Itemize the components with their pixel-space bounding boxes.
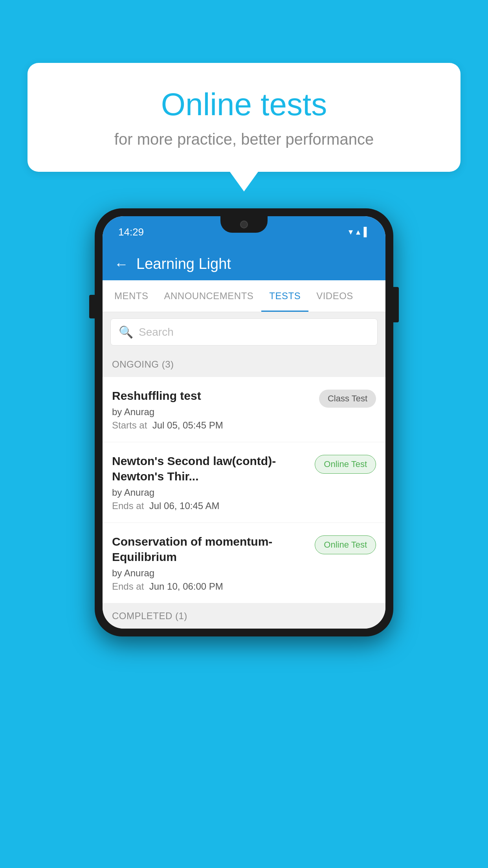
- search-bar[interactable]: 🔍 Search: [110, 318, 378, 346]
- search-placeholder: Search: [139, 326, 174, 338]
- status-time: 14:29: [118, 226, 144, 238]
- phone-mockup: 14:29 ▾ ▴ ▌ ← Learning Light MENTS ANNOU…: [95, 208, 393, 636]
- speech-bubble-tail: [230, 172, 258, 191]
- badge-class-test: Class Test: [319, 390, 376, 408]
- tab-tests[interactable]: TESTS: [261, 280, 308, 312]
- test-date-value-conservation: Jun 10, 06:00 PM: [149, 581, 223, 592]
- test-title-newton: Newton's Second law(contd)-Newton's Thir…: [112, 453, 308, 484]
- test-date-conservation: Ends at Jun 10, 06:00 PM: [112, 581, 308, 592]
- test-date-label-reshuffling: Starts at: [112, 420, 147, 430]
- test-date-newton: Ends at Jul 06, 10:45 AM: [112, 500, 308, 511]
- tab-ments[interactable]: MENTS: [106, 280, 156, 312]
- status-bar: 14:29 ▾ ▴ ▌: [103, 216, 385, 248]
- completed-section-header: COMPLETED (1): [103, 603, 385, 629]
- test-list: Reshuffling test by Anurag Starts at Jul…: [103, 377, 385, 603]
- search-container: 🔍 Search: [103, 312, 385, 352]
- test-title-reshuffling: Reshuffling test: [112, 388, 313, 403]
- test-item-conservation[interactable]: Conservation of momentum-Equilibrium by …: [103, 523, 385, 603]
- speech-bubble-subtitle: for more practice, better performance: [59, 131, 429, 148]
- test-author-conservation: by Anurag: [112, 568, 308, 579]
- test-info-newton: Newton's Second law(contd)-Newton's Thir…: [112, 453, 308, 511]
- badge-online-test-newton: Online Test: [315, 455, 376, 474]
- battery-icon: ▌: [363, 227, 370, 237]
- speech-bubble-section: Online tests for more practice, better p…: [28, 63, 460, 191]
- search-icon: 🔍: [119, 325, 133, 339]
- app-title: Learning Light: [136, 256, 231, 272]
- app-header: ← Learning Light: [103, 248, 385, 280]
- status-icons: ▾ ▴ ▌: [349, 227, 370, 237]
- ongoing-section-header: ONGOING (3): [103, 352, 385, 377]
- test-info-reshuffling: Reshuffling test by Anurag Starts at Jul…: [112, 388, 313, 431]
- test-author-reshuffling: by Anurag: [112, 406, 313, 417]
- back-button[interactable]: ←: [114, 256, 128, 272]
- badge-online-test-conservation: Online Test: [315, 535, 376, 554]
- tab-videos[interactable]: VIDEOS: [308, 280, 361, 312]
- signal-icon: ▴: [356, 227, 360, 237]
- phone-camera: [240, 221, 248, 228]
- phone-outer-frame: 14:29 ▾ ▴ ▌ ← Learning Light MENTS ANNOU…: [95, 208, 393, 636]
- wifi-icon: ▾: [349, 227, 353, 237]
- test-date-label-newton: Ends at: [112, 500, 144, 511]
- test-item-newton[interactable]: Newton's Second law(contd)-Newton's Thir…: [103, 442, 385, 523]
- tabs-bar: MENTS ANNOUNCEMENTS TESTS VIDEOS: [103, 280, 385, 312]
- test-item-reshuffling[interactable]: Reshuffling test by Anurag Starts at Jul…: [103, 377, 385, 442]
- test-info-conservation: Conservation of momentum-Equilibrium by …: [112, 534, 308, 592]
- test-author-newton: by Anurag: [112, 487, 308, 498]
- test-date-value-newton: Jul 06, 10:45 AM: [149, 500, 220, 511]
- test-title-conservation: Conservation of momentum-Equilibrium: [112, 534, 308, 565]
- test-date-value-reshuffling: Jul 05, 05:45 PM: [152, 420, 223, 430]
- test-date-label-conservation: Ends at: [112, 581, 144, 592]
- phone-screen: 14:29 ▾ ▴ ▌ ← Learning Light MENTS ANNOU…: [103, 216, 385, 629]
- phone-notch: [220, 216, 268, 233]
- speech-bubble-title: Online tests: [59, 86, 429, 123]
- tab-announcements[interactable]: ANNOUNCEMENTS: [156, 280, 262, 312]
- test-date-reshuffling: Starts at Jul 05, 05:45 PM: [112, 420, 313, 431]
- speech-bubble: Online tests for more practice, better p…: [28, 63, 460, 172]
